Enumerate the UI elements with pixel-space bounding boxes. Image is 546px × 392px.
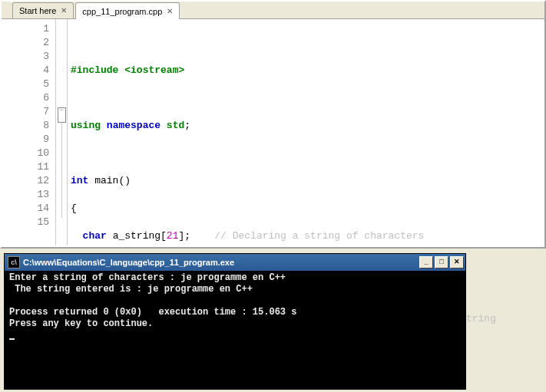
close-button[interactable]: ✕ xyxy=(450,256,464,268)
console-window: c\ C:\www\Equations\C_language\cpp_11_pr… xyxy=(4,253,466,390)
app-icon: c\ xyxy=(8,256,20,268)
close-icon[interactable]: ✕ xyxy=(61,3,67,18)
fold-toggle-icon[interactable]: − xyxy=(56,107,67,121)
minimize-button[interactable]: _ xyxy=(419,256,433,268)
line-number-gutter: 123456789101112131415 xyxy=(2,19,55,245)
console-output: Enter a string of characters : je progra… xyxy=(5,271,465,389)
tab-cpp-file[interactable]: cpp_11_program.cpp ✕ xyxy=(75,2,180,19)
tab-bar: Start here ✕ cpp_11_program.cpp ✕ xyxy=(2,2,544,19)
code-editor[interactable]: 123456789101112131415 − #include <iostre… xyxy=(2,19,544,245)
maximize-button[interactable]: □ xyxy=(435,256,448,268)
fold-gutter: − xyxy=(55,19,68,245)
window-title: C:\www\Equations\C_language\cpp_11_progr… xyxy=(23,258,234,267)
editor-window: Start here ✕ cpp_11_program.cpp ✕ 123456… xyxy=(0,0,546,249)
tab-label: cpp_11_program.cpp xyxy=(82,4,162,19)
close-icon[interactable]: ✕ xyxy=(167,4,173,19)
code-area[interactable]: #include <iostream> using namespace std;… xyxy=(68,19,544,245)
cursor-icon xyxy=(9,338,15,340)
titlebar[interactable]: c\ C:\www\Equations\C_language\cpp_11_pr… xyxy=(5,254,465,271)
tab-label: Start here xyxy=(19,3,56,18)
tab-start-here[interactable]: Start here ✕ xyxy=(12,2,74,18)
